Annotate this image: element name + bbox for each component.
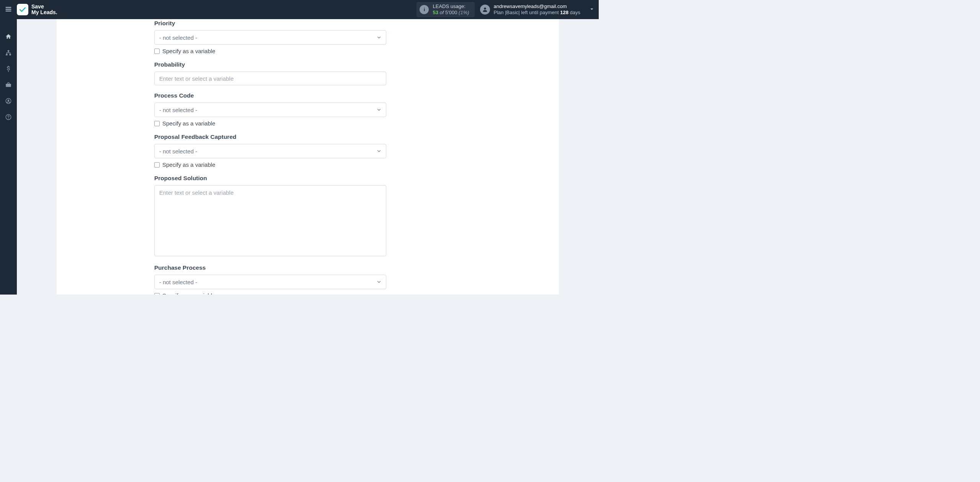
leads-usage-box[interactable]: i LEADS usage: 53 of 5'000 (1%) [416,2,474,18]
chevron-down-icon [376,148,382,154]
select-value: - not selected - [159,107,197,113]
svg-rect-5 [6,54,8,55]
specify-variable-priority[interactable]: Specify as a variable [154,48,386,54]
user-email: andrewsavemyleads@gmail.com [494,3,580,10]
question-circle-icon [5,114,12,122]
select-proposal-feedback[interactable]: - not selected - [154,144,386,158]
field-probability: Probability [154,61,386,85]
checkbox-label: Specify as a variable [162,120,215,127]
user-text: andrewsavemyleads@gmail.com Plan |Basic|… [494,3,580,16]
plan-days-suffix: days [568,10,580,15]
logo-line2: My Leads. [31,9,57,15]
plan-prefix: Plan | [494,10,506,15]
svg-rect-4 [8,50,10,52]
select-process-code[interactable]: - not selected - [154,103,386,117]
select-purchase-process[interactable]: - not selected - [154,275,386,289]
svg-rect-1 [6,9,11,10]
field-proposed-solution: Proposed Solution [154,175,386,257]
sidebar-item-account[interactable] [0,95,17,108]
user-menu[interactable]: andrewsavemyleads@gmail.com Plan |Basic|… [480,3,585,16]
field-label-process-code: Process Code [154,92,386,99]
field-label-proposed-solution: Proposed Solution [154,175,386,182]
field-purchase-process: Purchase Process - not selected - Specif… [154,264,386,295]
sidebar-item-billing[interactable] [0,63,17,76]
field-label-proposal-feedback: Proposal Feedback Captured [154,134,386,140]
svg-rect-0 [6,7,11,8]
sitemap-icon [5,49,12,57]
checkbox-icon [154,49,160,54]
input-probability[interactable] [154,72,386,85]
header-expand-button[interactable] [585,7,599,13]
sidebar-item-help[interactable] [0,111,17,124]
checkbox-label: Specify as a variable [162,48,215,54]
usage-title: LEADS usage: [433,3,469,10]
usage-text: LEADS usage: 53 of 5'000 (1%) [433,3,469,16]
specify-variable-purchase-process[interactable]: Specify as a variable [154,292,386,295]
plan-name: Basic [506,10,519,15]
sidebar-nav [0,19,17,295]
svg-rect-7 [6,84,11,87]
svg-point-11 [8,118,9,119]
field-label-probability: Probability [154,61,386,68]
specify-variable-process-code[interactable]: Specify as a variable [154,120,386,127]
sidebar-item-briefcase[interactable] [0,79,17,92]
svg-rect-6 [9,54,11,55]
specify-variable-proposal-feedback[interactable]: Specify as a variable [154,161,386,168]
select-value: - not selected - [159,34,197,41]
hamburger-icon [5,5,12,14]
svg-point-3 [484,8,486,10]
field-label-priority: Priority [154,20,386,27]
field-proposal-feedback: Proposal Feedback Captured - not selecte… [154,134,386,168]
svg-rect-2 [6,10,11,11]
usage-values: 53 of 5'000 (1%) [433,10,469,16]
sidebar-item-connections[interactable] [0,47,17,60]
briefcase-icon [5,81,12,90]
logo-text: Save My Leads. [31,4,57,16]
page-content: Priority - not selected - Specify as a v… [17,19,599,295]
checkbox-label: Specify as a variable [162,161,215,168]
select-value: - not selected - [159,148,197,155]
info-icon: i [420,5,429,14]
svg-point-9 [8,99,10,101]
chevron-down-icon [376,279,382,285]
chevron-down-icon [589,7,595,13]
plan-days: 128 [560,10,568,15]
logo-mark-icon [17,4,28,15]
sidebar-item-home[interactable] [0,31,17,44]
user-circle-icon [5,98,12,106]
checkbox-icon [154,121,160,126]
usage-of: of [440,10,444,15]
usage-used: 53 [433,10,438,15]
app-header: Save My Leads. i LEADS usage: 53 of 5'00… [0,0,599,19]
field-label-purchase-process: Purchase Process [154,264,386,271]
select-priority[interactable]: - not selected - [154,30,386,45]
logo-line1: Save [31,3,44,10]
avatar-icon [480,5,490,15]
checkbox-icon [154,162,160,168]
field-priority: Priority - not selected - Specify as a v… [154,20,386,54]
field-process-code: Process Code - not selected - Specify as… [154,92,386,127]
chevron-down-icon [376,107,382,113]
home-icon [5,33,12,41]
checkbox-label: Specify as a variable [162,292,215,295]
plan-mid: | left until payment [518,10,560,15]
user-plan: Plan |Basic| left until payment 128 days [494,10,580,16]
select-value: - not selected - [159,279,197,285]
checkbox-icon [154,293,160,295]
dollar-icon [5,65,12,73]
chevron-down-icon [376,34,382,41]
mapping-form: Priority - not selected - Specify as a v… [154,19,386,295]
textarea-proposed-solution[interactable] [154,185,386,256]
form-card: Priority - not selected - Specify as a v… [57,19,559,295]
usage-limit: 5'000 [445,10,457,15]
menu-toggle-button[interactable] [0,0,17,19]
usage-pct: (1%) [459,10,469,15]
app-logo[interactable]: Save My Leads. [17,4,57,16]
